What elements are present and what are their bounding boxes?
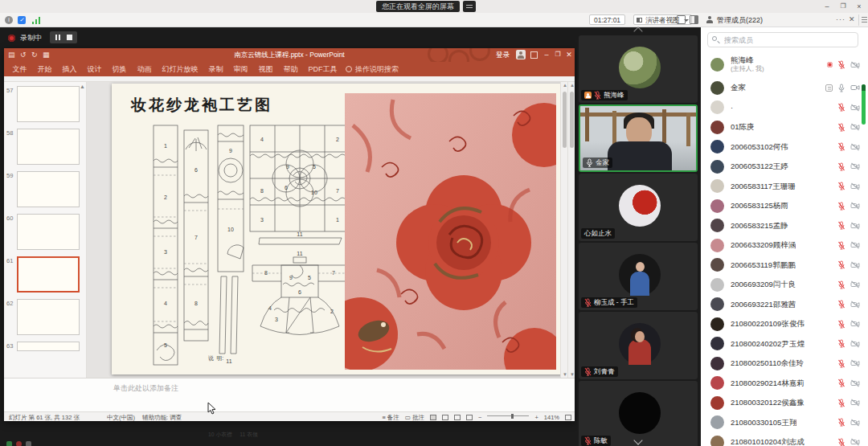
camera-muted-icon[interactable] — [850, 202, 860, 210]
slide-sorter-icon[interactable] — [442, 415, 448, 420]
member-row[interactable]: 210800290214林嘉莉 — [701, 374, 868, 394]
member-row[interactable]: 2006583215孟静 — [701, 216, 868, 236]
camera-muted-icon[interactable] — [850, 61, 860, 69]
ppt-minimize-button[interactable]: – — [541, 51, 552, 59]
video-tile[interactable]: 柳玉成 - 手工 — [579, 243, 698, 310]
slide-thumbnail[interactable]: 57 — [4, 86, 86, 124]
more-options-icon[interactable]: ··· — [836, 15, 845, 23]
mic-muted-icon[interactable] — [837, 339, 845, 348]
slide-thumbnail[interactable]: 60 — [4, 214, 86, 252]
window-close-button[interactable]: × — [854, 2, 865, 11]
zoom-level[interactable]: 141% — [544, 414, 559, 421]
camera-muted-icon[interactable] — [850, 104, 860, 112]
member-row[interactable]: 2006053102何伟 — [701, 137, 868, 158]
side-by-side-icon[interactable] — [690, 15, 698, 24]
member-row[interactable]: 210800240202尹玉煌 — [701, 334, 868, 354]
camera-muted-icon[interactable] — [850, 222, 860, 230]
language-indicator[interactable]: 中文(中国) — [107, 414, 135, 422]
mic-muted-icon[interactable] — [837, 280, 845, 289]
slide-thumbnail[interactable]: 63 — [4, 342, 86, 378]
menu-icon[interactable] — [862, 17, 867, 18]
comments-toggle[interactable]: ▭ 批注 — [405, 414, 424, 422]
member-row[interactable]: 2006583117王珊珊 — [701, 177, 868, 197]
normal-view-icon[interactable] — [430, 415, 436, 420]
ribbon-tab[interactable]: 切换 — [107, 62, 132, 76]
fullscreen-icon[interactable] — [677, 15, 686, 24]
member-row[interactable]: 210800330105王翔 — [701, 413, 868, 433]
slide-thumbnail[interactable]: 61 — [4, 256, 86, 294]
ppt-close-button[interactable]: ✕ — [563, 51, 575, 59]
slide-thumbnail[interactable]: 59 — [4, 171, 86, 209]
slideshow-icon[interactable] — [466, 415, 473, 420]
video-tile[interactable]: 金家 — [579, 104, 698, 172]
member-row[interactable]: 2006583125杨雨 — [701, 196, 868, 216]
zoom-in-button[interactable]: + — [534, 414, 538, 421]
ribbon-display-icon[interactable] — [530, 51, 538, 59]
pause-recording-button[interactable] — [55, 35, 57, 40]
member-row[interactable]: 2006053122王婷 — [701, 157, 868, 177]
ribbon-tab[interactable]: 设计 — [82, 62, 107, 76]
camera-muted-icon[interactable] — [850, 340, 860, 348]
zoom-slider[interactable] — [487, 415, 529, 416]
member-row[interactable]: 210800320122侯鑫豫 — [701, 393, 868, 413]
sign-in-button[interactable]: 登录 — [496, 51, 510, 60]
mic-muted-icon[interactable] — [837, 359, 845, 368]
ribbon-tab[interactable]: 帮助 — [278, 62, 303, 76]
camera-muted-icon[interactable] — [850, 379, 860, 387]
camera-muted-icon[interactable] — [850, 301, 860, 309]
tooltip-action-icon[interactable] — [463, 1, 476, 12]
shield-icon[interactable]: ✓ — [18, 16, 26, 24]
ribbon-tab[interactable]: 插入 — [57, 62, 82, 76]
notes-toggle[interactable]: ≡ 备注 — [382, 414, 399, 422]
mic-muted-icon[interactable] — [837, 399, 845, 407]
member-row[interactable]: 01陈庚 — [701, 117, 868, 137]
ribbon-tab[interactable]: 动画 — [132, 62, 157, 76]
search-input[interactable] — [707, 32, 858, 47]
mic-muted-icon[interactable] — [837, 103, 845, 112]
account-avatar[interactable] — [516, 50, 526, 59]
chevron-down-icon[interactable] — [633, 436, 642, 444]
mic-muted-icon[interactable] — [837, 260, 845, 269]
ribbon-tab[interactable]: 录制 — [203, 62, 228, 76]
workspace-scrollbar[interactable]: ▲▼ — [567, 82, 575, 378]
camera-muted-icon[interactable] — [850, 419, 860, 427]
mic-muted-icon[interactable] — [837, 123, 845, 132]
slide-canvas[interactable]: 妆花纱龙袍工艺图 — [87, 82, 567, 378]
window-minimize-button[interactable]: – — [821, 2, 833, 11]
slide-thumbnail[interactable]: 62 — [4, 299, 86, 337]
camera-muted-icon[interactable] — [850, 438, 860, 446]
ribbon-tab[interactable]: 文件 — [7, 62, 32, 76]
accessibility-indicator[interactable]: 辅助功能: 调查 — [142, 414, 182, 422]
tell-me-search[interactable]: 操作说明搜索 — [346, 64, 399, 75]
mic-muted-icon[interactable] — [837, 142, 845, 151]
member-row[interactable]: 2006693221邵雅茜 — [701, 295, 868, 315]
notes-pane[interactable]: 单击此处以添加备注 — [4, 378, 575, 411]
camera-muted-icon[interactable] — [850, 399, 860, 407]
window-restore-button[interactable]: ❐ — [837, 2, 849, 11]
chevron-up-icon[interactable] — [633, 27, 642, 35]
camera-muted-icon[interactable] — [850, 359, 860, 367]
ribbon-tab[interactable]: 审阅 — [228, 62, 253, 76]
ppt-restore-button[interactable]: ❐ — [552, 51, 563, 58]
camera-muted-icon[interactable] — [850, 123, 860, 131]
ribbon-tab[interactable]: 幻灯片放映 — [157, 62, 203, 76]
member-row[interactable]: 210800250110余佳玲 — [701, 354, 868, 374]
stop-recording-button[interactable] — [67, 35, 72, 40]
member-row[interactable]: 210800220109张俊伟 — [701, 314, 868, 334]
camera-muted-icon[interactable] — [850, 241, 860, 249]
camera-muted-icon[interactable] — [850, 143, 860, 151]
mic-muted-icon[interactable] — [837, 60, 845, 69]
camera-muted-icon[interactable] — [850, 320, 860, 328]
slide[interactable]: 妆花纱龙袍工艺图 — [112, 84, 566, 374]
mic-muted-icon[interactable] — [837, 438, 845, 446]
mic-muted-icon[interactable] — [837, 418, 845, 427]
video-tile[interactable]: 刘青青 — [579, 312, 698, 379]
canvas-scrollbar[interactable]: ▲▼ — [560, 82, 567, 378]
ribbon-tab[interactable]: 视图 — [253, 62, 278, 76]
mic-muted-icon[interactable] — [837, 182, 845, 190]
panel-close-icon[interactable]: ✕ — [849, 15, 855, 23]
slide-thumbnail[interactable]: 58 — [4, 129, 86, 166]
mic-icon[interactable] — [837, 84, 845, 92]
video-tile[interactable]: 陈敏 — [579, 381, 698, 446]
mic-muted-icon[interactable] — [837, 162, 845, 171]
